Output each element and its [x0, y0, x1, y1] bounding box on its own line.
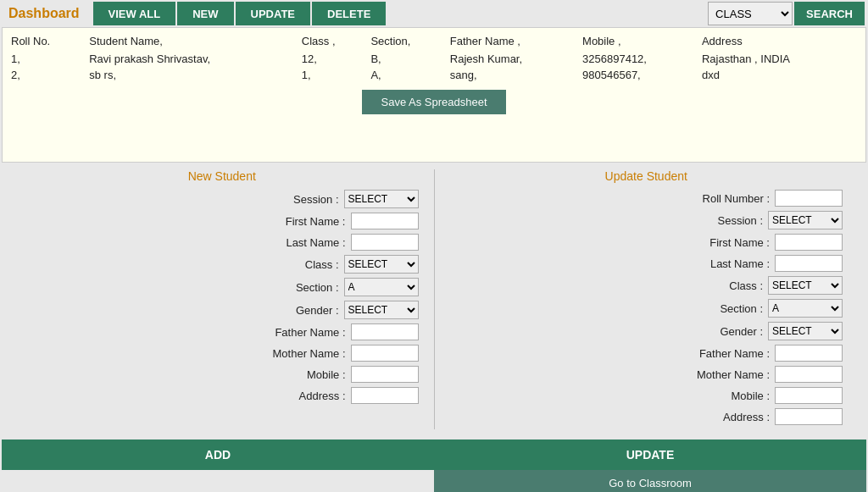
- cell-mobile: 980546567,: [581, 67, 700, 83]
- form-area: New Student Session : SELECT First Name …: [0, 163, 868, 436]
- new-class-label: Class :: [254, 258, 339, 271]
- new-student-form: New Student Session : SELECT First Name …: [17, 169, 427, 429]
- students-table: Roll No. Student Name, Class , Section, …: [9, 33, 859, 83]
- upd-gender-row: Gender : SELECT: [450, 322, 843, 340]
- upd-mothername-label: Mother Name :: [685, 368, 770, 381]
- cell-father: sang,: [448, 67, 581, 83]
- new-gender-label: Gender :: [254, 304, 339, 317]
- new-firstname-label: First Name :: [261, 215, 346, 228]
- upd-mobile-row: Mobile :: [450, 387, 843, 404]
- header-bar: Dashboard VIEW ALL NEW UPDATE DELETE CLA…: [0, 0, 868, 27]
- update-header-button[interactable]: UPDATE: [236, 2, 310, 25]
- new-section-row: Section : A B C: [25, 278, 419, 296]
- cell-name: sb rs,: [87, 67, 300, 83]
- cell-father: Rajesh Kumar,: [448, 51, 581, 67]
- new-class-row: Class : SELECT: [25, 255, 419, 274]
- new-lastname-label: Last Name :: [261, 236, 346, 249]
- upd-lastname-input[interactable]: [775, 255, 843, 272]
- cell-section: A,: [369, 67, 448, 83]
- save-btn-wrapper: Save As Spreadsheet: [9, 90, 859, 114]
- cell-address: Rajasthan , INDIA: [700, 51, 859, 67]
- col-section: Section,: [369, 33, 448, 51]
- upd-mothername-row: Mother Name :: [450, 366, 843, 383]
- cell-roll: 1,: [9, 51, 87, 67]
- upd-address-input[interactable]: [775, 408, 843, 425]
- upd-firstname-input[interactable]: [775, 234, 843, 251]
- upd-gender-select[interactable]: SELECT: [768, 322, 843, 340]
- new-firstname-input[interactable]: [351, 213, 419, 229]
- cell-roll: 2,: [9, 67, 87, 83]
- new-mothername-row: Mother Name :: [25, 345, 419, 362]
- new-fathername-row: Father Name :: [25, 323, 419, 340]
- upd-firstname-row: First Name :: [450, 234, 843, 251]
- cell-address: dxd: [700, 67, 859, 83]
- save-spreadsheet-button[interactable]: Save As Spreadsheet: [362, 90, 505, 114]
- search-area: CLASS NAME ROLL NO SEARCH: [708, 2, 865, 25]
- bottom-buttons-area: ADD UPDATE Go to Classroom: [2, 439, 866, 492]
- upd-class-select[interactable]: SELECT: [768, 276, 843, 295]
- new-lastname-row: Last Name :: [25, 234, 419, 251]
- new-section-label: Section :: [254, 281, 339, 294]
- table-row: 1, Ravi prakash Shrivastav, 12, B, Rajes…: [9, 51, 859, 67]
- update-button[interactable]: UPDATE: [434, 439, 866, 470]
- upd-gender-label: Gender :: [678, 325, 763, 338]
- new-session-row: Session : SELECT: [25, 190, 419, 208]
- upd-fathername-row: Father Name :: [450, 345, 843, 362]
- upd-fathername-label: Father Name :: [685, 347, 770, 360]
- col-mobile: Mobile ,: [581, 33, 700, 51]
- new-fathername-label: Father Name :: [261, 326, 346, 339]
- new-address-row: Address :: [25, 387, 419, 404]
- new-fathername-input[interactable]: [351, 323, 419, 340]
- search-select[interactable]: CLASS NAME ROLL NO: [708, 2, 793, 25]
- upd-mobile-label: Mobile :: [685, 390, 770, 402]
- upd-fathername-input[interactable]: [775, 345, 843, 362]
- new-mothername-label: Mother Name :: [261, 347, 346, 360]
- new-button[interactable]: NEW: [177, 2, 233, 25]
- upd-firstname-label: First Name :: [685, 236, 770, 249]
- upd-address-label: Address :: [685, 411, 770, 423]
- upd-lastname-label: Last Name :: [685, 257, 770, 270]
- col-class: Class ,: [300, 33, 370, 51]
- go-to-classroom-button[interactable]: Go to Classroom: [434, 470, 866, 492]
- col-father-name: Father Name ,: [448, 33, 581, 51]
- cell-class: 12,: [300, 51, 370, 67]
- new-gender-select[interactable]: SELECT: [344, 301, 419, 319]
- search-button[interactable]: SEARCH: [794, 2, 865, 25]
- upd-mobile-input[interactable]: [775, 387, 843, 404]
- new-address-input[interactable]: [351, 387, 419, 404]
- new-gender-row: Gender : SELECT: [25, 301, 419, 319]
- upd-lastname-row: Last Name :: [450, 255, 843, 272]
- view-all-button[interactable]: VIEW ALL: [93, 2, 176, 25]
- cell-class: 1,: [300, 67, 370, 83]
- form-divider: [434, 169, 435, 429]
- upd-session-row: Session : SELECT: [450, 211, 843, 229]
- col-roll-no: Roll No.: [9, 33, 87, 51]
- table-header-row: Roll No. Student Name, Class , Section, …: [9, 33, 859, 51]
- add-button[interactable]: ADD: [2, 439, 434, 470]
- new-mothername-input[interactable]: [351, 345, 419, 362]
- upd-class-row: Class : SELECT: [450, 276, 843, 295]
- update-student-title: Update Student: [450, 169, 843, 183]
- new-session-select[interactable]: SELECT: [344, 190, 419, 208]
- new-lastname-input[interactable]: [351, 234, 419, 251]
- upd-mothername-input[interactable]: [775, 366, 843, 383]
- cell-section: B,: [369, 51, 448, 67]
- bottom-row-1: ADD UPDATE: [2, 439, 866, 470]
- upd-rollnumber-input[interactable]: [775, 190, 843, 207]
- upd-class-label: Class :: [678, 279, 763, 292]
- new-mobile-input[interactable]: [351, 366, 419, 383]
- update-student-form: Update Student Roll Number : Session : S…: [442, 169, 852, 429]
- table-row: 2, sb rs, 1, A, sang, 980546567, dxd: [9, 67, 859, 83]
- new-class-select[interactable]: SELECT: [344, 255, 419, 274]
- new-mobile-row: Mobile :: [25, 366, 419, 383]
- app-title: Dashboard: [3, 6, 85, 21]
- cell-name: Ravi prakash Shrivastav,: [87, 51, 300, 67]
- upd-section-select[interactable]: A B C: [768, 299, 843, 318]
- cell-mobile: 3256897412,: [581, 51, 700, 67]
- upd-session-select[interactable]: SELECT: [768, 211, 843, 229]
- delete-button[interactable]: DELETE: [312, 2, 386, 25]
- upd-session-label: Session :: [678, 214, 763, 227]
- new-section-select[interactable]: A B C: [344, 278, 419, 296]
- col-address: Address: [700, 33, 859, 51]
- upd-section-row: Section : A B C: [450, 299, 843, 318]
